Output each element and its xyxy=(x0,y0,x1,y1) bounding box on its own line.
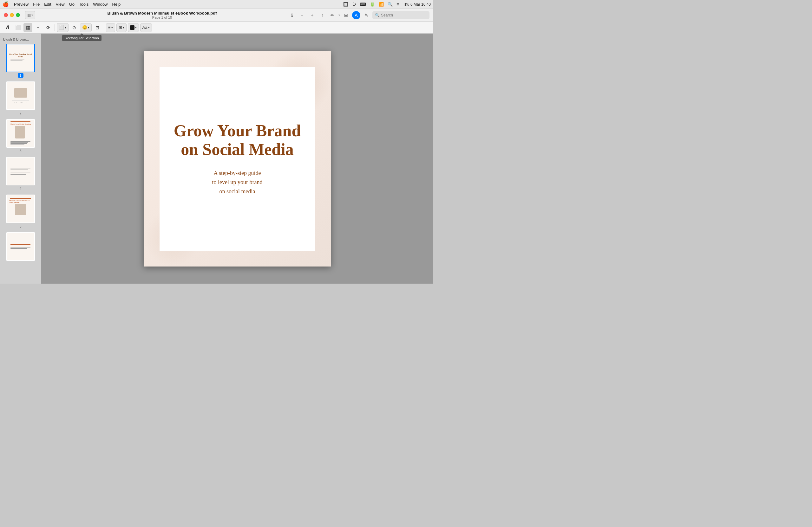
page-num-2: 2 xyxy=(18,111,24,115)
crop-button[interactable]: ⊞ xyxy=(342,11,350,19)
color-button[interactable]: ▾ xyxy=(128,24,139,32)
menu-view[interactable]: View xyxy=(56,2,65,7)
menu-file[interactable]: File xyxy=(33,2,40,7)
search-icon: 🔍 xyxy=(375,13,380,17)
wifi-icon[interactable]: 📶 xyxy=(379,2,384,7)
page-num-3: 3 xyxy=(18,149,24,153)
titlebar-actions: ℹ － ＋ ↑ ✏ ▾ ⊞ A ✎ 🔍 xyxy=(288,11,430,19)
menu-help[interactable]: Help xyxy=(112,2,121,7)
window-controls xyxy=(4,13,20,17)
shapes-button[interactable]: ⬜▾ xyxy=(57,24,68,32)
adjust-button[interactable]: ⊙ xyxy=(70,23,79,32)
thumbnail-wrapper-1: Grow Your Brand on Social Media xyxy=(6,44,35,72)
document-pageinfo: Page 1 of 10 xyxy=(39,16,285,19)
font-group: Aa▾ xyxy=(140,23,152,32)
menu-go[interactable]: Go xyxy=(69,2,74,7)
thumbnail-wrapper-2: Hello and Welcome! xyxy=(6,81,35,110)
notification-icon[interactable]: ≡ xyxy=(396,2,399,7)
thumbnail-wrapper-5: HOW TO CREATE YOUR Social Media Branding xyxy=(6,195,35,223)
toolbar-sep-1 xyxy=(55,25,55,31)
menu-preview[interactable]: Preview xyxy=(14,2,29,7)
sidebar-thumbnails[interactable]: Blush & Brown... Grow Your Brand on Soci… xyxy=(0,34,41,284)
align-button[interactable]: ≡▾ xyxy=(106,24,115,32)
menubar: 🍎 Preview File Edit View Go Tools Window… xyxy=(0,0,433,9)
thumbnail-page-5[interactable]: HOW TO CREATE YOUR Social Media Branding… xyxy=(2,195,39,228)
info-button[interactable]: ℹ xyxy=(288,11,296,19)
text-tool-button[interactable]: A xyxy=(3,23,12,32)
toolbar-sep-2 xyxy=(104,25,104,31)
battery-icon[interactable]: 🔋 xyxy=(370,2,375,7)
main-layout: Blush & Brown... Grow Your Brand on Soci… xyxy=(0,34,433,284)
pdf-subtitle-line3: on social media xyxy=(219,188,255,195)
rectangle-select-button[interactable]: ⬜ xyxy=(13,23,22,32)
titlebar: ▥ ▾ Blush & Brown Modern Minimalist eBoo… xyxy=(0,9,433,21)
apple-menu[interactable]: 🍎 xyxy=(2,1,9,7)
color-group: ▾ xyxy=(128,23,139,32)
search-input[interactable] xyxy=(381,13,427,17)
page-num-1: 1 xyxy=(18,73,24,78)
lasso-select-button[interactable]: 〰 xyxy=(34,23,43,32)
annotation-button[interactable]: 😊▾ xyxy=(80,24,91,32)
pdf-subtitle-line2: to level up your brand xyxy=(212,179,263,185)
style-button[interactable]: ⊞▾ xyxy=(117,24,126,32)
page-num-5: 5 xyxy=(18,224,24,228)
crop-tool-button[interactable]: ⊡ xyxy=(93,23,102,32)
time-machine-icon[interactable]: ⏱ xyxy=(352,2,356,7)
document-title-info: Blush & Brown Modern Minimalist eBook Wo… xyxy=(39,11,285,19)
thumbnail-page-4[interactable]: 4 xyxy=(2,157,39,191)
align-group: ≡▾ xyxy=(106,23,115,32)
thumbnail-page-1[interactable]: Grow Your Brand on Social Media 1 xyxy=(2,44,39,78)
keyboard-icon[interactable]: ⌨ xyxy=(360,2,366,7)
menu-window[interactable]: Window xyxy=(93,2,107,7)
pdf-page: Grow Your Brand on Social Media A step-b… xyxy=(144,51,331,267)
shape-tools-group: ⬜▾ xyxy=(57,23,69,32)
thumbnail-wrapper-6 xyxy=(6,232,35,261)
document-filename: Blush & Brown Modern Minimalist eBook Wo… xyxy=(39,11,285,16)
font-button[interactable]: Aa▾ xyxy=(141,24,151,32)
toolbar: A ⬜ ▦ 〰 ⟳ ⬜▾ ⊙ 😊▾ ⊡ ≡▾ ⊞▾ ▾ Aa▾ xyxy=(0,21,433,34)
thumbnail-page-6[interactable] xyxy=(2,232,39,261)
search-menubar-icon[interactable]: 🔍 xyxy=(388,2,393,7)
markup-button[interactable]: ✏ xyxy=(328,11,336,19)
control-center-icon[interactable]: 🔲 xyxy=(343,2,348,7)
pdf-inner-white-page: Grow Your Brand on Social Media A step-b… xyxy=(160,67,315,251)
thumbnail-wrapper-4 xyxy=(6,157,35,185)
thumbnail-page-3[interactable]: What is Social Media Branding 3 xyxy=(2,119,39,153)
style-group: ⊞▾ xyxy=(116,23,127,32)
thumbnail-wrapper-3: What is Social Media Branding xyxy=(6,119,35,148)
menu-tools[interactable]: Tools xyxy=(79,2,88,7)
search-box[interactable]: 🔍 xyxy=(372,11,430,19)
datetime-display: Thu 6 Mar 16:40 xyxy=(403,2,431,7)
zoom-in-button[interactable]: ＋ xyxy=(308,11,316,19)
note-button[interactable]: ✎ xyxy=(362,11,371,19)
share-button[interactable]: ↑ xyxy=(318,11,327,19)
menu-edit[interactable]: Edit xyxy=(44,2,51,7)
minimize-window-button[interactable] xyxy=(10,13,14,17)
highlight-button[interactable]: A xyxy=(352,11,360,19)
thumbnail-page-2[interactable]: Hello and Welcome! 2 xyxy=(2,81,39,115)
close-window-button[interactable] xyxy=(4,13,8,17)
pdf-main-title: Grow Your Brand on Social Media xyxy=(172,121,302,160)
smart-lasso-button[interactable]: ⟳ xyxy=(44,23,53,32)
annotation-group: 😊▾ xyxy=(80,23,92,32)
fullscreen-window-button[interactable] xyxy=(16,13,20,17)
sidebar-toggle-button[interactable]: ▥ ▾ xyxy=(25,11,35,19)
pdf-content-area: Grow Your Brand on Social Media A step-b… xyxy=(41,34,433,284)
sidebar-document-name: Blush & Brown... xyxy=(2,36,39,44)
rectangular-selection-button[interactable]: ▦ xyxy=(24,23,32,32)
pdf-subtitle-line1: A step-by-step guide xyxy=(214,170,261,176)
pdf-subtitle: A step-by-step guide to level up your br… xyxy=(212,169,263,196)
page-num-4: 4 xyxy=(18,186,24,191)
zoom-out-button[interactable]: － xyxy=(298,11,306,19)
